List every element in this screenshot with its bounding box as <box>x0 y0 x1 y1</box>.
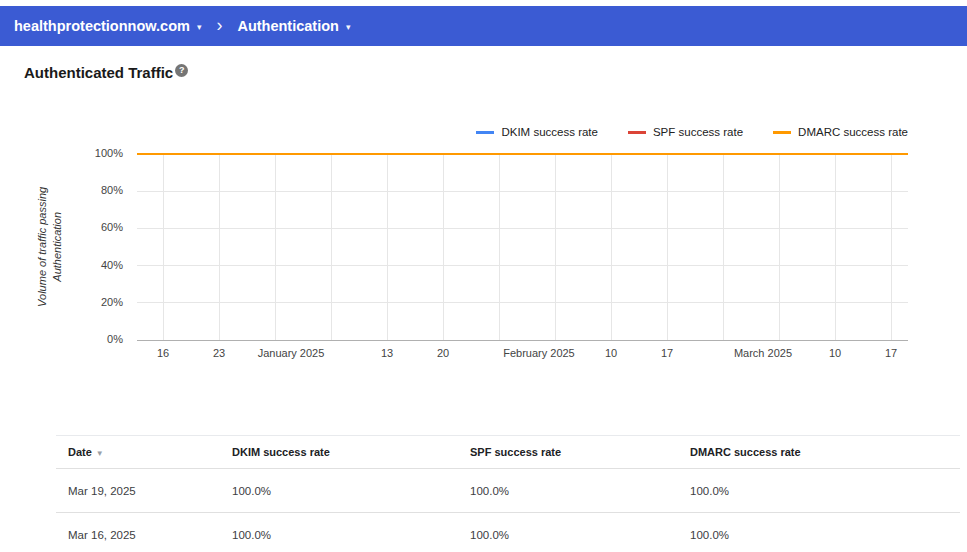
chart-plot-area[interactable] <box>137 145 908 341</box>
column-header-spf[interactable]: SPF success rate <box>470 446 690 458</box>
sort-descending-icon[interactable]: ▼ <box>96 449 104 458</box>
cell-date: Mar 19, 2025 <box>56 485 232 497</box>
y-tick-label: 60% <box>101 221 123 233</box>
dropdown-caret-icon: ▾ <box>197 23 202 32</box>
cell-spf-rate: 100.0% <box>470 485 690 497</box>
x-tick-label: 17 <box>885 347 897 359</box>
x-tick-label: March 2025 <box>734 347 792 359</box>
column-header-dmarc[interactable]: DMARC success rate <box>690 446 960 458</box>
column-header-dkim[interactable]: DKIM success rate <box>232 446 470 458</box>
top-navigation-bar: healthprotectionnow.com ▾ › Authenticati… <box>0 6 967 46</box>
x-tick-label: 16 <box>157 347 169 359</box>
legend-item-spf: SPF success rate <box>628 126 743 138</box>
y-tick-label: 0% <box>107 333 123 345</box>
x-tick-label: 10 <box>605 347 617 359</box>
main-content: Authenticated Traffic? DKIM success rate… <box>0 64 967 552</box>
table-header-row: Date▼ DKIM success rate SPF success rate… <box>56 436 960 469</box>
x-tick-label: 17 <box>661 347 673 359</box>
x-tick-label: 23 <box>213 347 225 359</box>
cell-spf-rate: 100.0% <box>470 529 690 541</box>
x-tick-label: January 2025 <box>258 347 325 359</box>
column-header-date[interactable]: Date▼ <box>56 446 232 458</box>
page-title: Authenticated Traffic <box>24 64 173 81</box>
section-selector-dropdown[interactable]: Authentication ▾ <box>237 18 350 34</box>
y-tick-label: 40% <box>101 259 123 271</box>
y-tick-label: 80% <box>101 184 123 196</box>
chart-legend: DKIM success rate SPF success rate DMARC… <box>0 125 908 139</box>
legend-label: SPF success rate <box>653 126 743 138</box>
domain-name: healthprotectionnow.com <box>14 18 190 34</box>
y-tick-label: 20% <box>101 296 123 308</box>
table-row: Mar 16, 2025 100.0% 100.0% 100.0% <box>56 513 960 552</box>
dkim-line-swatch <box>476 131 494 134</box>
section-name: Authentication <box>237 18 339 34</box>
authenticated-traffic-chart: Volume of traffic passing Authentication… <box>0 145 967 375</box>
legend-label: DMARC success rate <box>798 126 908 138</box>
page-title-row: Authenticated Traffic? <box>24 64 967 81</box>
cell-dmarc-rate: 100.0% <box>690 485 960 497</box>
cell-dkim-rate: 100.0% <box>232 485 470 497</box>
cell-date: Mar 16, 2025 <box>56 529 232 541</box>
y-axis-labels: 0%20%40%60%80%100% <box>0 145 130 341</box>
legend-label: DKIM success rate <box>501 126 598 138</box>
x-tick-label: February 2025 <box>503 347 575 359</box>
authentication-results-table: Date▼ DKIM success rate SPF success rate… <box>56 435 960 552</box>
breadcrumb-chevron-icon: › <box>216 16 222 37</box>
help-icon[interactable]: ? <box>175 64 188 77</box>
y-tick-label: 100% <box>95 147 123 159</box>
dmarc-line-swatch <box>773 131 791 134</box>
x-tick-label: 20 <box>437 347 449 359</box>
table-row: Mar 19, 2025 100.0% 100.0% 100.0% <box>56 469 960 513</box>
legend-item-dmarc: DMARC success rate <box>773 126 908 138</box>
x-tick-label: 13 <box>381 347 393 359</box>
cell-dmarc-rate: 100.0% <box>690 529 960 541</box>
x-tick-label: 10 <box>829 347 841 359</box>
dropdown-caret-icon: ▾ <box>346 23 351 32</box>
cell-dkim-rate: 100.0% <box>232 529 470 541</box>
legend-item-dkim: DKIM success rate <box>476 126 598 138</box>
spf-line-swatch <box>628 131 646 134</box>
domain-selector-dropdown[interactable]: healthprotectionnow.com ▾ <box>14 18 201 34</box>
